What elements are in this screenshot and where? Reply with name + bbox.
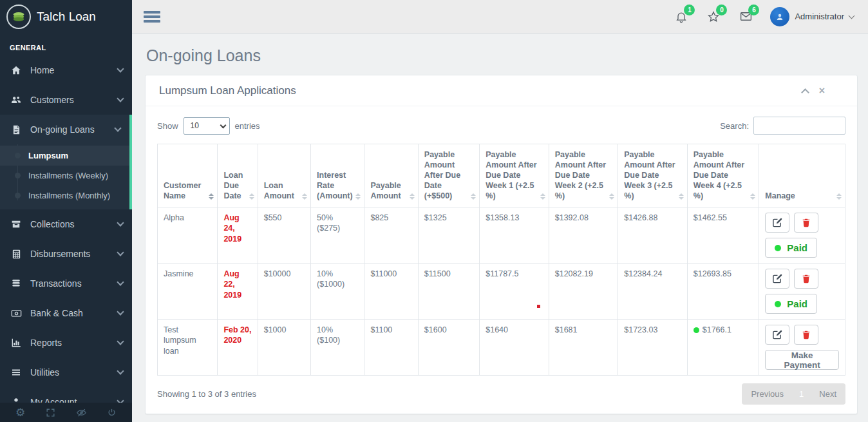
cell-week4: $12693.85: [687, 264, 759, 320]
cell-customer-name: Test lumpsum loan: [158, 320, 218, 376]
cell-loan-amount: $1000: [258, 320, 310, 376]
notifications-bell-icon[interactable]: 1: [674, 9, 689, 24]
main-area: 1 0 6 Administrator On-going Loans: [132, 0, 868, 422]
sidebar-section-label: GENERAL: [0, 34, 132, 55]
ongoing-loans-submenu: Lumpsum Installments (Weekly) Installmen…: [0, 144, 129, 209]
avatar: [770, 7, 789, 26]
col-header-customer-name[interactable]: Customer Name: [158, 144, 218, 207]
messages-envelope-icon[interactable]: 6: [738, 9, 753, 24]
sidebar-item-utilities[interactable]: Utilities: [0, 358, 132, 387]
delete-loan-button[interactable]: [794, 213, 818, 233]
notifications-badge: 1: [684, 5, 695, 15]
cell-loan-due-date: Aug 24, 2019: [218, 207, 258, 264]
col-header-payable-amount[interactable]: Payable Amount: [364, 144, 418, 207]
cell-manage: Paid: [759, 264, 845, 320]
col-header-payable-after-due[interactable]: Payable Amount After Due Date (+$500): [418, 144, 479, 207]
database-icon: [10, 277, 23, 290]
edit-loan-button[interactable]: [765, 325, 789, 345]
cell-payable-after-due: $1325: [418, 207, 479, 264]
chevron-down-icon: [117, 338, 124, 345]
cell-loan-due-date: Feb 20, 2020: [218, 320, 258, 376]
chevron-down-icon: [117, 308, 124, 315]
sort-icon: [609, 193, 614, 200]
chevron-down-icon: [117, 249, 124, 256]
make-payment-button[interactable]: Make Payment: [765, 350, 839, 370]
table-header-row: Customer Name Loan Due Date Loan Amount …: [158, 144, 845, 207]
collapse-panel-icon[interactable]: [801, 88, 809, 97]
users-icon: [10, 93, 23, 106]
sidebar-item-customers[interactable]: Customers: [0, 85, 132, 115]
col-header-manage[interactable]: Manage: [759, 144, 845, 207]
delete-loan-button[interactable]: [794, 325, 818, 345]
sidebar-subitem-installments-weekly[interactable]: Installments (Weekly): [0, 166, 129, 186]
sidebar-item-my-account[interactable]: My Account: [0, 387, 132, 403]
chevron-down-icon: [117, 219, 124, 226]
chevron-down-icon: [117, 95, 124, 102]
sort-icon: [355, 193, 361, 200]
sidebar-item-collections[interactable]: Collections: [0, 209, 132, 239]
table-row: Jasmine Aug 22, 2019 $10000 10% ($1000) …: [158, 264, 845, 320]
sidebar-item-transactions[interactable]: Transactions: [0, 269, 132, 298]
col-header-week1[interactable]: Payable Amount After Due Date Week 1 (+2…: [480, 144, 549, 207]
paid-dot-icon: [775, 301, 781, 307]
chevron-down-icon: [117, 278, 124, 285]
paid-status-button[interactable]: Paid: [765, 294, 817, 314]
col-header-interest-rate[interactable]: Interest Rate (Amount): [311, 144, 364, 207]
sidebar-item-reports[interactable]: Reports: [0, 328, 132, 358]
page-size-select[interactable]: 10: [184, 117, 230, 135]
document-icon: [10, 123, 23, 136]
page-number-button[interactable]: 1: [793, 383, 810, 405]
col-header-week2[interactable]: Payable Amount After Due Date Week 2 (+2…: [549, 144, 618, 207]
col-header-loan-amount[interactable]: Loan Amount: [258, 144, 310, 207]
delete-loan-button[interactable]: [794, 269, 818, 289]
power-icon[interactable]: [104, 405, 119, 420]
cell-week1: $1640: [480, 320, 549, 376]
sidebar-item-bank-cash[interactable]: Bank & Cash: [0, 298, 132, 328]
table-summary: Showing 1 to 3 of 3 entries: [157, 389, 256, 399]
edit-loan-button[interactable]: [765, 213, 789, 233]
favorites-star-icon[interactable]: 0: [706, 9, 721, 24]
inbox-icon: [10, 218, 23, 231]
cell-loan-amount: $550: [258, 207, 310, 264]
sidebar-item-label: Customers: [30, 95, 118, 105]
sidebar-subitem-installments-monthly[interactable]: Installments (Monthly): [0, 186, 129, 206]
topbar: 1 0 6 Administrator: [132, 0, 868, 34]
cell-manage: Make Payment: [759, 320, 845, 376]
sort-icon: [249, 193, 254, 200]
cell-week2: $1681: [549, 320, 618, 376]
next-page-button[interactable]: Next: [810, 383, 845, 405]
sidebar-subitem-lumpsum[interactable]: Lumpsum: [0, 146, 129, 166]
subitem-label: Installments (Weekly): [28, 171, 108, 180]
table-controls: Show 10 entries Search:: [157, 117, 845, 135]
expand-icon[interactable]: [43, 405, 59, 420]
sidebar-item-label: Home: [30, 65, 118, 75]
brand-name: Talch Loan: [37, 10, 96, 24]
chevron-down-icon: [849, 12, 855, 19]
close-panel-icon[interactable]: ×: [819, 86, 825, 96]
previous-page-button[interactable]: Previous: [742, 383, 793, 405]
col-header-week3[interactable]: Payable Amount After Due Date Week 3 (+2…: [618, 144, 688, 207]
sidebar-item-label: Disbursements: [30, 249, 118, 259]
col-header-week4[interactable]: Payable Amount After Due Date Week 4 (+2…: [687, 144, 759, 207]
col-header-loan-due-date[interactable]: Loan Due Date: [218, 144, 258, 207]
brand-link[interactable]: Talch Loan: [0, 0, 132, 34]
paid-status-button[interactable]: Paid: [765, 238, 817, 258]
table-row: Test lumpsum loan Feb 20, 2020 $1000 10%…: [158, 320, 845, 376]
gear-icon[interactable]: ⚙: [13, 405, 28, 420]
favorites-badge: 0: [716, 5, 727, 15]
sidebar-item-disbursements[interactable]: Disbursements: [0, 239, 132, 269]
sidebar-item-home[interactable]: Home: [0, 55, 132, 85]
sidebar-toggle-button[interactable]: [144, 9, 160, 24]
user-menu[interactable]: Administrator: [770, 7, 854, 26]
panel-title: Lumpsum Loan Applications: [159, 84, 296, 97]
chevron-down-icon: [114, 124, 121, 131]
table-row: Alpha Aug 24, 2019 $550 50% ($275) $825 …: [158, 207, 845, 264]
sidebar-item-ongoing-loans[interactable]: On-going Loans: [0, 115, 129, 144]
eye-slash-icon[interactable]: [73, 405, 89, 420]
sort-icon: [540, 193, 545, 200]
cell-week1: $1358.13: [480, 207, 549, 264]
edit-loan-button[interactable]: [765, 269, 789, 289]
search-input[interactable]: [753, 117, 845, 135]
loans-table: Customer Name Loan Due Date Loan Amount …: [157, 144, 845, 376]
cell-manage: Paid: [759, 207, 845, 264]
